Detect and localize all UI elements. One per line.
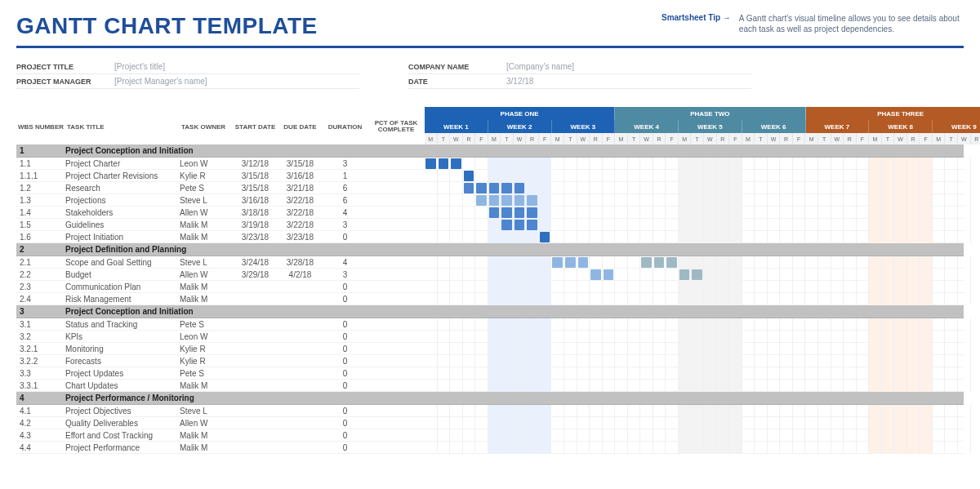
gantt-cell [933,231,946,243]
gantt-cell [920,355,933,367]
gantt-cell [501,219,514,231]
cell-owner: Pete S [180,184,233,193]
gantt-cell [425,355,438,367]
gantt-bar [692,269,702,280]
gantt-cell [653,256,666,269]
cell-start: 3/19/18 [233,220,278,229]
gantt-cell [577,405,590,417]
gantt-cell [704,417,717,429]
gantt-cell [844,355,857,367]
gantt-cell [577,170,590,182]
gantt-cell [577,281,590,293]
gantt-cell [844,182,857,194]
gantt-cell [793,417,806,429]
gantt-cell [907,170,920,182]
gantt-cell [958,343,971,355]
gantt-cell [882,355,895,367]
gantt-cell [666,269,679,281]
gantt-cell [729,182,742,194]
gantt-cell [691,343,704,355]
gantt-cell [539,405,552,417]
gantt-cell [463,170,476,182]
gantt-cell [691,429,704,442]
gantt-cell [679,318,692,331]
gantt-cell [488,269,501,281]
gantt-cell [793,182,806,194]
gantt-cell [425,429,438,442]
gantt-cell [475,355,488,367]
gantt-cell [818,293,831,305]
meta-value[interactable]: [Project's title] [114,62,165,71]
gantt-cell [831,281,844,293]
gantt-cell [691,380,704,392]
day-header: T [501,133,514,144]
gantt-cell [640,355,653,367]
gantt-cell [894,405,907,417]
gantt-cell [514,318,527,331]
gantt-cell [755,293,768,305]
cell-duration: 4 [323,208,368,217]
gantt-cell [894,429,907,442]
meta-line: DATE3/12/18 [408,74,751,89]
gantt-cell [603,318,616,331]
gantt-cell [933,293,946,305]
gantt-cell [666,417,679,429]
gantt-cell [475,318,488,331]
gantt-cell [603,231,616,243]
cell-owner: Leon W [180,159,233,168]
gantt-cell [755,343,768,355]
gantt-cell [501,318,514,331]
gantt-cell [653,293,666,305]
gantt-bar [464,171,474,181]
gantt-cell [691,256,704,269]
gantt-cell [920,281,933,293]
gantt-cell [691,331,704,343]
gantt-cell [450,343,463,355]
phase-header: PHASE THREE [806,107,981,120]
day-header: F [539,133,552,144]
cell-owner: Steve L [180,258,233,267]
cell-wbs: 3.3 [16,369,65,378]
cell-duration: 0 [323,443,368,452]
gantt-cell [666,355,679,367]
gantt-cell [869,170,882,182]
day-header: R [780,133,793,144]
cell-duration: 6 [323,196,368,205]
gantt-cell [514,417,527,429]
gantt-cell [945,367,958,380]
cell-owner: Malik M [180,233,233,242]
gantt-cell [857,231,870,243]
gantt-cell [920,380,933,392]
gantt-cell [933,343,946,355]
gantt-cell [805,231,818,243]
meta-value[interactable]: [Project Manager's name] [114,77,207,86]
day-header: W [514,133,527,144]
gantt-cell [564,158,577,170]
gantt-cell [577,207,590,219]
gantt-cell [603,429,616,442]
gantt-cell [564,343,577,355]
gantt-cell [920,256,933,269]
gantt-cell [882,158,895,170]
gantt-cell [526,331,539,343]
task-row: 3.2.1MonitoringKylie R00% [16,343,964,355]
meta-value[interactable]: [Company's name] [506,62,574,71]
meta-value[interactable]: 3/12/18 [506,77,533,86]
cell-start: 3/15/18 [233,184,278,193]
section-wbs: 3 [16,307,65,316]
gantt-cell [818,343,831,355]
cell-wbs: 4.3 [16,431,65,440]
gantt-cell [818,219,831,231]
gantt-cell [857,318,870,331]
day-header: R [463,133,476,144]
gantt-cell [640,405,653,417]
gantt-cell [729,231,742,243]
gantt-cell [894,367,907,380]
day-header: F [475,133,488,144]
gantt-cell [501,417,514,429]
gantt-cell [971,417,980,429]
day-header: W [768,133,781,144]
cell-wbs: 4.2 [16,419,65,428]
gantt-cell [691,219,704,231]
gantt-cell [640,429,653,442]
